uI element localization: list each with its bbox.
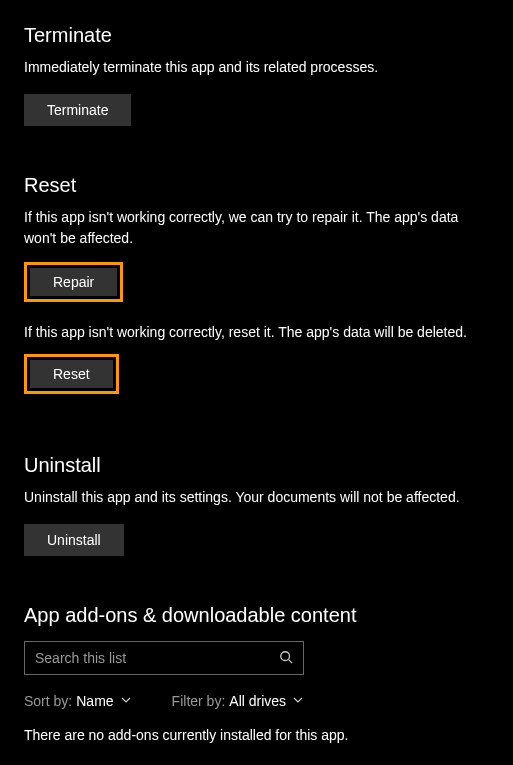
sort-group: Sort by: Name <box>24 693 132 709</box>
filter-label: Filter by: <box>172 693 226 709</box>
addons-section: App add-ons & downloadable content Sort … <box>24 604 489 743</box>
reset-button[interactable]: Reset <box>30 360 113 388</box>
uninstall-section: Uninstall Uninstall this app and its set… <box>24 454 489 556</box>
chevron-down-icon <box>120 693 132 709</box>
reset-desc: If this app isn't working correctly, res… <box>24 322 489 343</box>
filter-group: Filter by: All drives <box>172 693 304 709</box>
svg-point-0 <box>281 651 290 660</box>
search-icon <box>279 650 293 667</box>
filter-dropdown[interactable]: All drives <box>229 693 304 709</box>
addons-heading: App add-ons & downloadable content <box>24 604 489 627</box>
filter-value: All drives <box>229 693 286 709</box>
svg-line-1 <box>289 659 293 663</box>
reset-section: Reset If this app isn't working correctl… <box>24 174 489 406</box>
terminate-desc: Immediately terminate this app and its r… <box>24 57 489 78</box>
addons-search-box <box>24 641 304 675</box>
reset-heading: Reset <box>24 174 489 197</box>
chevron-down-icon <box>292 693 304 709</box>
search-input[interactable] <box>25 642 269 674</box>
reset-highlight: Reset <box>24 354 119 394</box>
uninstall-heading: Uninstall <box>24 454 489 477</box>
filters-row: Sort by: Name Filter by: All drives <box>24 693 489 709</box>
repair-desc: If this app isn't working correctly, we … <box>24 207 489 249</box>
uninstall-desc: Uninstall this app and its settings. You… <box>24 487 489 508</box>
terminate-heading: Terminate <box>24 24 489 47</box>
repair-highlight: Repair <box>24 262 123 302</box>
uninstall-button[interactable]: Uninstall <box>24 524 124 556</box>
sort-value: Name <box>76 693 113 709</box>
addons-empty-text: There are no add-ons currently installed… <box>24 727 489 743</box>
search-button[interactable] <box>269 644 303 673</box>
sort-dropdown[interactable]: Name <box>76 693 131 709</box>
terminate-section: Terminate Immediately terminate this app… <box>24 24 489 126</box>
repair-button[interactable]: Repair <box>30 268 117 296</box>
terminate-button[interactable]: Terminate <box>24 94 131 126</box>
sort-label: Sort by: <box>24 693 72 709</box>
